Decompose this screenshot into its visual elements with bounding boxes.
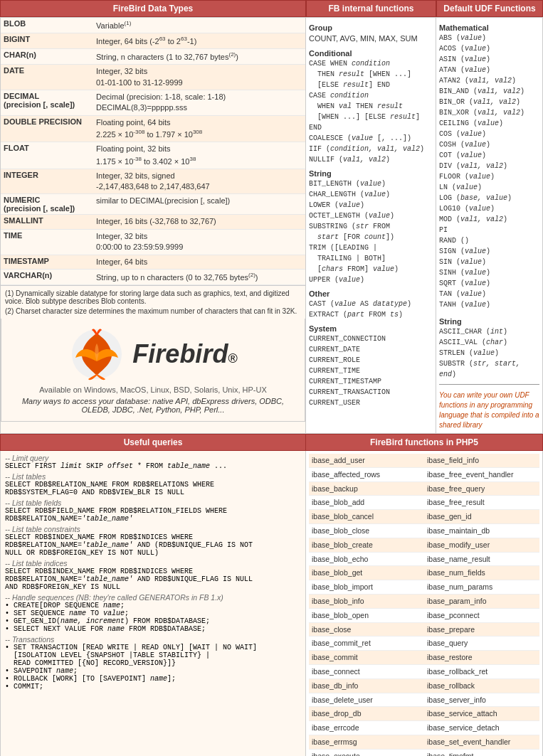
php-item: ibase_gen_id xyxy=(424,510,539,524)
other-title: Other xyxy=(309,289,433,298)
q-bullet-7: • ROLLBACK [WORK] [TO [SAVEPOINT] name]; xyxy=(5,675,301,683)
dt-desc-char: String, n characters (1 to 32,767 bytes(… xyxy=(96,50,302,63)
q-code-7: • SET TRANSACTION [READ WRITE | READ ONL… xyxy=(5,644,301,691)
php-item: ibase_free_event_handler xyxy=(424,468,539,482)
phoenix-icon xyxy=(68,326,125,383)
dt-desc-smallint: Integer, 16 bits (-32,768 to 32,767) xyxy=(96,216,302,227)
string-items: BIT_LENGTH (value) CHAR_LENGTH (value) L… xyxy=(309,179,433,285)
php-item: ibase_pconnect xyxy=(424,609,539,623)
dt-row-smallint: SMALLINT Integer, 16 bits (-32,768 to 32… xyxy=(1,215,305,229)
footnote-1: (1) Dynamically sizable datatype for sto… xyxy=(5,289,301,305)
q-bullet-1: • CREATE[DROP SEQUENCE name; xyxy=(5,602,301,609)
dt-row-varchar: VARCHAR(n) String, up to n characters (0… xyxy=(1,270,305,285)
string-title: String xyxy=(309,169,433,178)
php-item: ibase_restore xyxy=(424,651,539,665)
php-item: ibase_name_result xyxy=(424,553,539,567)
dt-desc-double: Floating point, 64 bits2.225 × 10-308 to… xyxy=(96,117,302,140)
php-item: ibase_affected_rows xyxy=(309,468,424,482)
dt-name-smallint: SMALLINT xyxy=(4,216,96,225)
conditional-title: Conditional xyxy=(309,49,433,58)
php-item: ibase_close xyxy=(309,623,424,637)
php-item: ibase_blob_open xyxy=(309,609,424,623)
dt-name-timestamp: TIMESTAMP xyxy=(4,257,96,265)
dt-name-varchar: VARCHAR(n) xyxy=(4,271,96,279)
q-comment-6: -- Handle sequences (NB: they're called … xyxy=(5,593,301,602)
dt-name-numeric: NUMERIC(precision [, scale]) xyxy=(4,196,96,213)
php-item: ibase_service_detach xyxy=(424,721,539,735)
header-internal: FB internal functions xyxy=(306,0,436,17)
q-code-1: SELECT FIRST limit SKIP offset * FROM ta… xyxy=(5,462,301,470)
q-comment-5: -- List table indices xyxy=(5,559,301,568)
dt-desc-bigint: Integer, 64 bits (-263 to 263-1) xyxy=(96,35,302,47)
php-item: ibase_delete_user xyxy=(309,693,424,708)
logo-tagline: Many ways to access your database: nativ… xyxy=(9,397,297,414)
header-datatypes: FireBird Data Types xyxy=(0,0,306,17)
top-header-row: FireBird Data Types FB internal function… xyxy=(0,0,543,17)
php-item: ibase_num_params xyxy=(424,580,539,595)
dt-name-blob: BLOB xyxy=(4,19,96,28)
php-item: ibase_server_info xyxy=(424,693,539,708)
q-comment-7: -- Transactions xyxy=(5,635,301,644)
dt-name-decimal: DECIMAL(precision [, scale]) xyxy=(4,92,96,109)
php-item: ibase_service_attach xyxy=(424,707,539,721)
dt-row-bigint: BIGINT Integer, 64 bits (-263 to 263-1) xyxy=(1,33,305,49)
dt-desc-timestamp: Integer, 64 bits xyxy=(96,257,302,267)
php-item: ibase_rollback_ret xyxy=(424,665,539,679)
q-comment-2: -- List tables xyxy=(5,472,301,481)
dt-desc-varchar: String, up to n characters (0 to 32,765 … xyxy=(96,271,302,283)
q-comment-3: -- List table fields xyxy=(5,499,301,507)
q-code-2: SELECT RDB$RELATION_NAME FROM RDB$RELATI… xyxy=(5,481,301,496)
system-title: System xyxy=(309,324,433,333)
php-item: ibase_connect xyxy=(309,665,424,679)
footnotes: (1) Dynamically sizable datatype for sto… xyxy=(1,285,305,319)
udf-string-items: ASCII_CHAR (int) ASCII_VAL (char) STRLEN… xyxy=(439,326,539,380)
internal-functions-column: Group COUNT, AVG, MIN, MAX, SUM Conditio… xyxy=(306,17,436,434)
php-item: ibase_modify_user xyxy=(424,538,539,553)
php-item: ibase_query xyxy=(424,637,539,651)
main-container: FireBird Data Types FB internal function… xyxy=(0,0,543,756)
system-items: CURRENT_CONNECTION CURRENT_DATE CURRENT_… xyxy=(309,334,433,408)
firebird-title-row: Firebird ® xyxy=(132,339,237,369)
php-item: ibase_blob_echo xyxy=(309,553,424,567)
dt-desc-numeric: similar to DECIMAL(precision [, scale]) xyxy=(96,196,302,206)
group-title: Group xyxy=(309,23,433,32)
dt-row-decimal: DECIMAL(precision [, scale]) Decimal (pr… xyxy=(1,90,305,116)
php-item: ibase_errcode xyxy=(309,721,424,735)
udf-math-title: Mathematical xyxy=(439,23,539,32)
logo-subtitle: Available on Windows, MacOS, Linux, BSD,… xyxy=(9,385,297,394)
group-items: COUNT, AVG, MIN, MAX, SUM xyxy=(309,33,433,45)
udf-divider-line xyxy=(439,384,539,385)
header-udf: Default UDF Functions xyxy=(436,0,543,17)
dt-desc-integer: Integer, 32 bits, signed-2,147,483,648 t… xyxy=(96,171,302,193)
php-item: ibase_maintain_db xyxy=(424,524,539,538)
php-item: ibase_blob_import xyxy=(309,580,424,595)
dt-row-numeric: NUMERIC(precision [, scale]) similar to … xyxy=(1,194,305,215)
q-bullet-6: • SAVEPOINT name; xyxy=(5,667,301,675)
dt-row-integer: INTEGER Integer, 32 bits, signed-2,147,4… xyxy=(1,169,305,195)
dt-row-double: DOUBLE PRECISION Floating point, 64 bits… xyxy=(1,116,305,142)
php-item: ibase_blob_create xyxy=(309,538,424,553)
dt-row-time: TIME Integer, 32 bits0:00:00 to 23:59:59… xyxy=(1,230,305,255)
bottom-header-queries: Useful queries xyxy=(0,434,306,451)
dt-name-bigint: BIGINT xyxy=(4,35,96,43)
php-item: ibase_num_fields xyxy=(424,566,539,580)
registered-mark: ® xyxy=(228,351,237,366)
php-item: ibase_blob_cancel xyxy=(309,510,424,524)
php-item: ibase_execute xyxy=(309,750,424,756)
bottom-headers-row: Useful queries FireBird functions in PHP… xyxy=(0,434,543,451)
php-item: ibase_rollback xyxy=(424,679,539,693)
dt-row-float: FLOAT Floating point, 32 bits1.175 × 10-… xyxy=(1,142,305,169)
php-item: ibase_commit_ret xyxy=(309,637,424,651)
php-grid: ibase_add_useribase_field_infoibase_affe… xyxy=(309,454,539,756)
dt-name-char: CHAR(n) xyxy=(4,50,96,59)
bottom-header-php: FireBird functions in PHP5 xyxy=(306,434,543,451)
q-bullet-5: • SET TRANSACTION [READ WRITE | READ ONL… xyxy=(5,644,301,667)
dt-desc-float: Floating point, 32 bits1.175 × 10-38 to … xyxy=(96,144,302,166)
php-item: ibase_errmsg xyxy=(309,735,424,750)
conditional-items: CASE WHEN condition THEN result [WHEN ..… xyxy=(309,58,433,165)
udf-math-items: ABS (value) ACOS (value) ASIN (value) AT… xyxy=(439,33,539,310)
php-item: ibase_timefmt xyxy=(424,750,539,756)
php-item: ibase_free_result xyxy=(424,496,539,510)
udf-column: Mathematical ABS (value) ACOS (value) AS… xyxy=(436,17,543,434)
dt-desc-date: Integer, 32 bits01-01-100 to 31-12-9999 xyxy=(96,66,302,88)
